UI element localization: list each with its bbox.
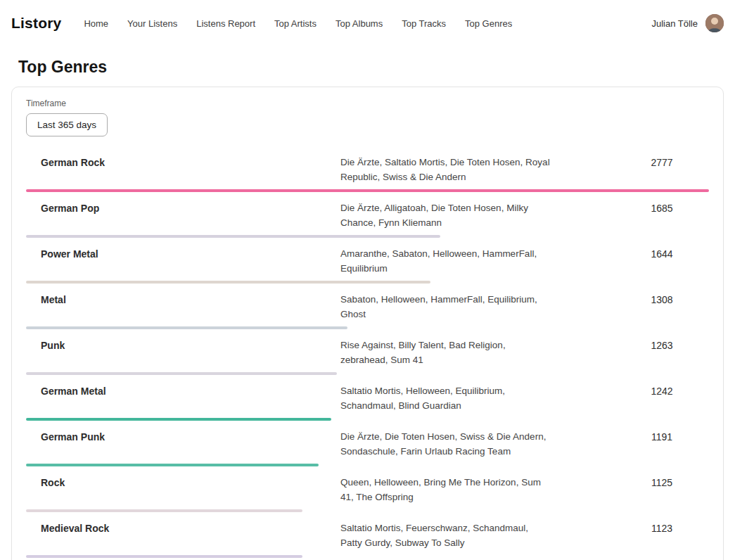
genre-row: Medieval Rock Saltatio Mortis, Feuerschw… <box>26 515 709 560</box>
genre-name: German Pop <box>26 201 340 214</box>
genre-name: Power Metal <box>26 246 340 260</box>
genre-row: Punk Rise Against, Billy Talent, Bad Rel… <box>26 332 709 378</box>
nav-links: Home Your Listens Listens Report Top Art… <box>84 18 512 29</box>
timeframe-select[interactable]: Last 365 days <box>26 113 108 136</box>
genre-bar <box>26 464 319 466</box>
genre-artists: Amaranthe, Sabaton, Helloween, HammerFal… <box>340 246 551 276</box>
genre-count: 2777 <box>615 155 709 168</box>
genre-bar <box>26 555 302 558</box>
genres-table: German Rock Die Ärzte, Saltatio Mortis, … <box>26 149 709 560</box>
nav-user-area: Julian Tölle <box>651 14 724 32</box>
genre-row: Rock Queen, Helloween, Bring Me The Hori… <box>26 469 709 515</box>
genre-artists: Die Ärzte, Saltatio Mortis, Die Toten Ho… <box>340 155 551 184</box>
genre-artists: Queen, Helloween, Bring Me The Horizon, … <box>340 475 551 504</box>
genre-row: German Pop Die Ärzte, Alligatoah, Die To… <box>26 195 709 241</box>
genre-bar <box>26 189 709 192</box>
genre-count: 1191 <box>615 429 709 443</box>
genre-row: Power Metal Amaranthe, Sabaton, Hellowee… <box>26 241 709 286</box>
nav-item-top-genres[interactable]: Top Genres <box>465 18 512 29</box>
genre-count: 1308 <box>615 292 709 305</box>
nav-item-top-artists[interactable]: Top Artists <box>274 18 317 29</box>
nav-item-listens-report[interactable]: Listens Report <box>196 18 255 29</box>
genre-artists: Rise Against, Billy Talent, Bad Religion… <box>340 338 551 367</box>
genre-bar <box>26 235 440 238</box>
genre-count: 1123 <box>615 521 709 534</box>
genre-name: Metal <box>26 292 340 305</box>
genre-count: 1685 <box>615 201 709 214</box>
genre-artists: Die Ärzte, Alligatoah, Die Toten Hosen, … <box>340 201 551 230</box>
nav-item-your-listens[interactable]: Your Listens <box>127 18 177 29</box>
genre-bar <box>26 372 337 375</box>
nav-item-home[interactable]: Home <box>84 18 108 29</box>
genre-artists: Saltatio Mortis, Feuerschwanz, Schandmau… <box>340 521 551 550</box>
page-title: Top Genres <box>0 58 735 77</box>
genre-row: German Metal Saltatio Mortis, Helloween,… <box>26 378 709 424</box>
genre-count: 1263 <box>615 338 709 351</box>
genre-name: Punk <box>26 338 340 351</box>
nav-item-top-tracks[interactable]: Top Tracks <box>402 18 446 29</box>
genre-row: Metal Sabaton, Helloween, HammerFall, Eq… <box>26 286 709 332</box>
genres-card: Timeframe Last 365 days German Rock Die … <box>11 87 724 560</box>
timeframe-label: Timeframe <box>26 98 709 108</box>
genre-bar <box>26 418 331 421</box>
genre-row: German Punk Die Ärzte, Die Toten Hosen, … <box>26 424 709 469</box>
genre-name: German Rock <box>26 155 340 168</box>
user-name: Julian Tölle <box>651 18 698 29</box>
genre-name: Medieval Rock <box>26 521 340 534</box>
top-nav: Listory Home Your Listens Listens Report… <box>0 0 735 46</box>
genre-count: 1125 <box>615 475 709 488</box>
nav-item-top-albums[interactable]: Top Albums <box>335 18 383 29</box>
genre-count: 1242 <box>615 383 709 397</box>
genre-name: German Metal <box>26 383 340 397</box>
genre-artists: Die Ärzte, Die Toten Hosen, Swiss & Die … <box>340 429 551 459</box>
genre-row: German Rock Die Ärzte, Saltatio Mortis, … <box>26 149 709 195</box>
person-icon <box>705 14 724 32</box>
genre-bar <box>26 326 347 329</box>
genre-name: German Punk <box>26 429 340 443</box>
user-avatar[interactable] <box>705 14 724 32</box>
genre-bar <box>26 509 302 512</box>
genre-count: 1644 <box>615 246 709 260</box>
timeframe-control: Timeframe Last 365 days <box>26 98 709 136</box>
genre-artists: Sabaton, Helloween, HammerFall, Equilibr… <box>340 292 551 322</box>
genre-bar <box>26 281 430 284</box>
genre-name: Rock <box>26 475 340 488</box>
genre-artists: Saltatio Mortis, Helloween, Equilibrium,… <box>340 383 551 413</box>
app-logo[interactable]: Listory <box>11 15 61 32</box>
